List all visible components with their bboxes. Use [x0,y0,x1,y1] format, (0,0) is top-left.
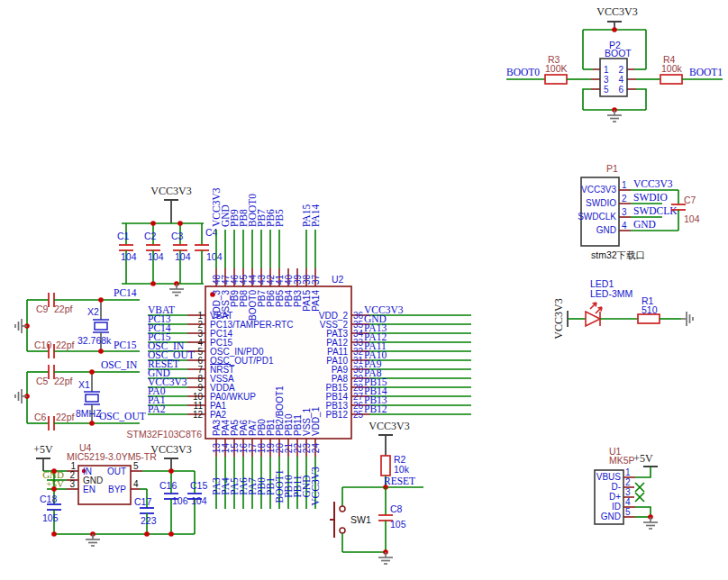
cap-value[interactable]: 22pf [54,304,73,314]
pin-number: 2 [625,477,631,487]
capacitor-icon[interactable] [47,504,61,510]
reset-block[interactable]: VCC3V3 R2 10k RESET SW1 C8 105 [330,420,423,564]
cap-ref[interactable]: C15 [190,480,207,491]
regulator-block[interactable]: +5V GND +5V C18 105 U4 MIC5219-3.0YM5-TR… [33,442,207,546]
cap-value[interactable]: 22pf [56,412,75,422]
crystal-icon[interactable] [84,392,100,404]
u2-pin-name[interactable]: PB12 [326,410,349,420]
crystal-icon[interactable] [93,320,109,332]
resistor-value[interactable]: 510 [642,304,658,315]
power-net-label[interactable]: +5V [33,443,53,456]
cap-ref[interactable]: C16 [159,480,177,491]
led-icon[interactable] [586,312,600,326]
resistor-value[interactable]: 100k [661,63,683,74]
u2-net-label[interactable]: PB5 [274,209,285,227]
cap-value[interactable]: 104 [175,251,191,262]
cap-value[interactable]: 105 [390,519,406,530]
regulator-part[interactable]: MIC5219-3.0YM5-TR [67,451,157,462]
cap-ref[interactable]: C18 [40,494,57,504]
hse-crystal-block[interactable]: C5 22pf OSC_IN X1 8MHZ C6 22pf OSC_OUT [15,359,146,430]
cap-value[interactable]: 104 [684,213,700,224]
cap-value[interactable]: 104 [206,251,223,262]
u2-pin-number[interactable]: 12 [193,410,204,420]
u2-pin-name[interactable]: PA2 [210,410,227,420]
cap-value[interactable]: 22pf [54,376,73,386]
cap-value[interactable]: 104 [121,251,137,262]
crystal-value[interactable]: 32.768k [77,335,112,346]
mcu-ref[interactable]: U2 [332,274,344,285]
u2-net-label[interactable]: PB12 [364,403,387,414]
resistor-icon[interactable] [660,75,682,84]
capacitor-icon[interactable] [140,508,154,513]
resistor-value[interactable]: 10k [394,464,410,475]
cap-value[interactable]: 104 [148,251,164,262]
net-label[interactable]: PC15 [114,340,137,350]
cap-ref[interactable]: C5 [36,376,49,386]
net-label[interactable]: PC14 [114,287,137,298]
resistor-icon[interactable] [638,314,660,323]
power-net-label[interactable]: VCC3V3 [596,5,637,18]
led-part[interactable]: LED-3MM [590,288,632,299]
cap-ref[interactable]: C1 [117,231,130,241]
switch-terminal[interactable] [340,506,345,512]
net-label[interactable]: SWDIO [633,192,668,203]
net-label[interactable]: OSC_OUT [99,411,146,421]
usb-part[interactable]: MK5P [609,455,635,466]
capacitor-icon[interactable] [146,245,160,250]
capacitor-icon[interactable] [195,245,209,250]
u2-net-label[interactable]: PA2 [148,403,166,414]
usb-block[interactable]: U1 MK5P +5V VBUS D- D+ ID GND 1 2 3 4 5 [595,446,658,529]
power-net-label[interactable]: VCC3V3 [150,443,191,456]
led-block[interactable]: VCC3V3 LED1 LED-3MM R1 510 [552,278,693,340]
power-net-label[interactable]: +5V [633,452,653,465]
net-label[interactable]: OSC_IN [101,359,138,370]
cap-ref[interactable]: C10 [34,340,51,350]
lse-crystal-block[interactable]: C9 22pf PC14 X2 32.768k C10 22pf PC15 [15,287,140,358]
power-net-label[interactable]: VCC3V3 [369,420,409,432]
switch-terminal[interactable] [340,528,345,533]
swd-block[interactable]: P1 VCC3V3 SWDIO SWDCLK GND 1 2 3 4 VCC3V… [578,163,699,260]
crystal-ref[interactable]: X2 [87,306,99,317]
u2-net-label[interactable]: PA14 [310,204,321,227]
u2-pin-number[interactable]: 24 [311,443,321,454]
resistor-icon[interactable] [381,456,390,476]
cap-ref[interactable]: C2 [144,231,157,241]
cap-ref[interactable]: C3 [171,231,184,241]
cap-value[interactable]: 105 [42,512,59,523]
u2-pin-number[interactable]: 37 [311,274,321,285]
cap-ref[interactable]: C8 [390,503,403,514]
decoupling-block[interactable]: VCC3V3 C1 104 C2 104 C3 104 C4 104 [117,185,223,295]
header-name[interactable]: BOOT [605,48,632,59]
resistor-value[interactable]: 100K [545,63,568,74]
net-label[interactable]: BOOT0 [506,67,540,77]
mcu-part[interactable]: STM32F103C8T6 [127,429,203,440]
power-net-label[interactable]: VCC3V3 [150,185,191,197]
cap-ref[interactable]: C6 [34,412,47,422]
cap-ref[interactable]: C9 [36,304,49,314]
crystal-ref[interactable]: X1 [78,379,90,390]
u2-net-label[interactable]: VCC3V3 [310,467,321,506]
cap-ref[interactable]: C7 [684,195,696,205]
u2-pin-name[interactable]: PA14 [311,290,321,312]
power-net-label[interactable]: VCC3V3 [552,298,565,339]
u2-pin-number[interactable]: 25 [353,410,364,420]
u2-pin-name[interactable]: VDD_1 [311,406,321,436]
net-label[interactable]: RESET [384,476,415,486]
capacitor-icon[interactable] [173,245,187,250]
header-ref[interactable]: P1 [606,163,618,174]
boot-block[interactable]: VCC3V3 BOOT0 R3 100K R4 100k BOOT1 P2 [506,5,723,122]
resistor-icon[interactable] [545,75,567,84]
net-label[interactable]: BOOT1 [689,67,723,77]
capacitor-icon[interactable] [119,245,133,250]
cap-value[interactable]: 106 [172,495,188,506]
cap-value[interactable]: 223 [141,515,157,526]
net-label[interactable]: SWDCLK [633,205,678,216]
net-label[interactable]: VCC3V3 [633,178,673,189]
net-label[interactable]: GND [633,219,656,230]
cap-value[interactable]: 22pf [56,340,75,350]
cap-ref[interactable]: C17 [134,496,151,507]
switch-ref[interactable]: SW1 [350,514,371,525]
crystal-value[interactable]: 8MHZ [76,408,102,419]
cap-value[interactable]: 104 [191,495,207,506]
capacitor-icon[interactable] [49,416,54,430]
